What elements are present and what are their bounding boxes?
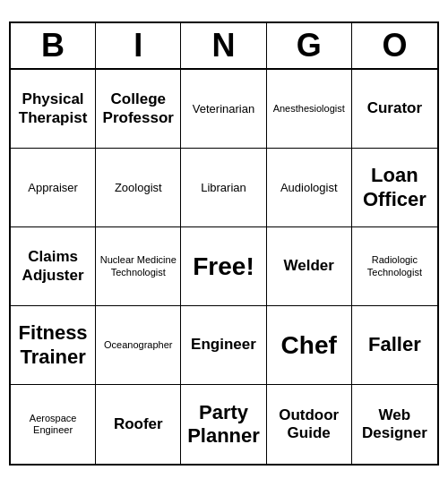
bingo-cell: Outdoor Guide [267,385,352,464]
cell-label: Faller [368,333,421,356]
header-letter: G [267,23,352,68]
bingo-cell: Audiologist [267,149,352,227]
bingo-cell: Physical Therapist [11,70,96,149]
bingo-cell: Curator [352,70,437,149]
bingo-cell: Appraiser [11,149,96,227]
cell-label: Claims Adjuster [14,248,91,285]
bingo-cell: Roofer [96,385,181,464]
cell-label: Free! [193,252,254,282]
bingo-cell: Engineer [181,306,266,385]
cell-label: Web Designer [356,406,434,443]
header-letter: I [96,23,181,68]
bingo-cell: Zoologist [96,149,181,227]
bingo-header: BINGO [11,23,437,70]
cell-label: Librarian [201,181,246,195]
bingo-cell: Radiologic Technologist [352,227,437,306]
cell-label: Oceanographer [104,339,172,351]
bingo-cell: Loan Officer [352,149,437,227]
bingo-cell: Nuclear Medicine Technologist [96,227,181,306]
header-letter: O [352,23,437,68]
cell-label: Zoologist [115,181,162,195]
cell-label: Radiologic Technologist [356,254,434,278]
cell-label: Welder [284,257,334,275]
cell-label: Appraiser [28,181,78,195]
bingo-cell: Aerospace Engineer [11,385,96,464]
bingo-cell: Web Designer [352,385,437,464]
cell-label: Anesthesiologist [273,103,345,115]
cell-label: Fitness Trainer [14,321,91,369]
bingo-cell: Welder [267,227,352,306]
header-letter: N [181,23,266,68]
bingo-cell: Librarian [181,149,266,227]
bingo-cell: Fitness Trainer [11,306,96,385]
cell-label: Nuclear Medicine Technologist [99,254,177,278]
bingo-cell: College Professor [96,70,181,149]
bingo-cell: Party Planner [181,385,266,464]
cell-label: Aerospace Engineer [14,413,91,436]
bingo-card: BINGO Physical TherapistCollege Professo… [9,21,439,466]
header-letter: B [11,23,96,68]
bingo-grid: Physical TherapistCollege ProfessorVeter… [11,70,437,464]
cell-label: Physical Therapist [14,90,91,127]
cell-label: Roofer [114,415,163,433]
cell-label: Curator [367,99,422,117]
bingo-cell: Faller [352,306,437,385]
bingo-cell: Anesthesiologist [267,70,352,149]
cell-label: Loan Officer [356,164,434,211]
cell-label: Party Planner [185,401,262,449]
bingo-cell: Free! [181,227,266,306]
bingo-cell: Claims Adjuster [11,227,96,306]
cell-label: College Professor [99,90,177,127]
bingo-cell: Chef [267,306,352,385]
bingo-cell: Oceanographer [96,306,181,385]
cell-label: Veterinarian [193,102,254,116]
cell-label: Chef [281,330,337,361]
bingo-cell: Veterinarian [181,70,266,149]
cell-label: Outdoor Guide [271,406,348,443]
cell-label: Engineer [191,336,256,354]
cell-label: Audiologist [280,181,338,195]
